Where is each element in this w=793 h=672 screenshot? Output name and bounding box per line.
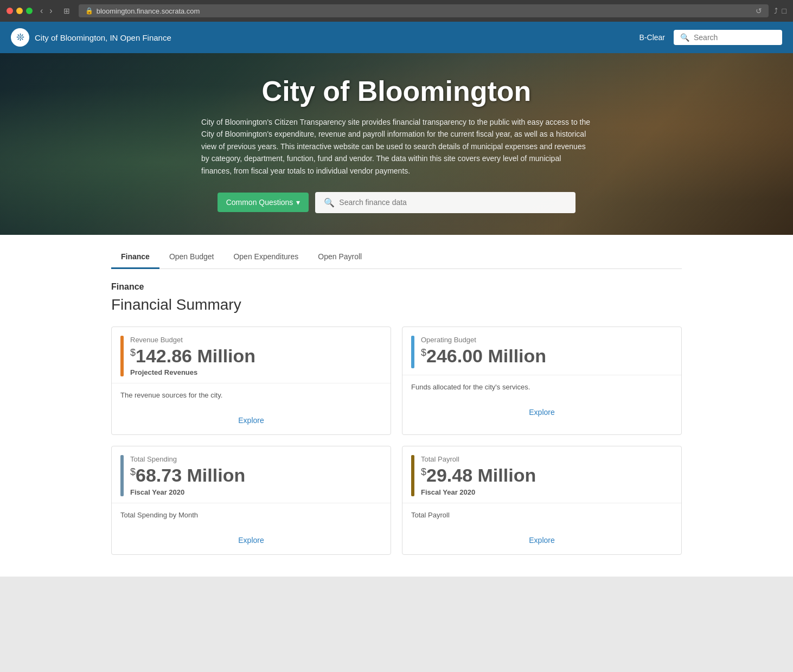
financial-cards-grid: Revenue Budget $142.86 Million Projected… <box>111 327 682 555</box>
hero-controls: Common Questions ▾ 🔍 <box>212 192 581 213</box>
minimize-dot[interactable] <box>16 8 23 14</box>
total-spending-label: Total Spending <box>130 455 382 463</box>
revenue-budget-card: Revenue Budget $142.86 Million Projected… <box>111 327 391 435</box>
total-payroll-description: Total Payroll <box>411 511 673 527</box>
total-spending-card: Total Spending $68.73 Million Fiscal Yea… <box>111 446 391 554</box>
total-payroll-header-content: Total Payroll $29.48 Million Fiscal Year… <box>421 455 673 496</box>
site-header: ❊ City of Bloomington, IN Open Finance B… <box>0 22 793 53</box>
maximize-dot[interactable] <box>26 8 33 14</box>
operating-budget-amount: $246.00 Million <box>421 346 673 366</box>
site-logo: ❊ City of Bloomington, IN Open Finance <box>11 28 171 47</box>
total-payroll-accent <box>411 455 414 496</box>
operating-budget-description: Funds allocated for the city's services. <box>411 383 673 399</box>
revenue-budget-accent <box>120 336 124 376</box>
financial-summary-title: Financial Summary <box>111 296 682 313</box>
revenue-budget-subtitle: Projected Revenues <box>130 368 382 376</box>
total-payroll-explore[interactable]: Explore <box>411 534 673 547</box>
hero-search-box[interactable]: 🔍 <box>315 192 575 213</box>
hero-description: City of Bloomington's Citizen Transparen… <box>201 116 592 177</box>
revenue-budget-amount: $142.86 Million <box>130 346 382 366</box>
operating-budget-header-content: Operating Budget $246.00 Million <box>421 336 673 366</box>
revenue-budget-body: The revenue sources for the city. Explor… <box>112 383 391 434</box>
total-spending-subtitle: Fiscal Year 2020 <box>130 488 382 496</box>
total-spending-accent <box>120 455 124 496</box>
operating-budget-body: Funds allocated for the city's services.… <box>402 375 681 426</box>
search-input[interactable] <box>694 33 776 42</box>
tab-finance[interactable]: Finance <box>111 246 159 269</box>
total-payroll-body: Total Payroll Explore <box>402 503 681 554</box>
finance-section-label: Finance <box>111 282 682 292</box>
total-payroll-amount: $29.48 Million <box>421 465 673 485</box>
bookmark-button[interactable]: ⤴ <box>774 7 778 15</box>
url-text: bloomington.finance.socrata.com <box>97 7 200 15</box>
logo-icon: ❊ <box>11 28 29 47</box>
total-payroll-card: Total Payroll $29.48 Million Fiscal Year… <box>402 446 682 554</box>
total-spending-header: Total Spending $68.73 Million Fiscal Yea… <box>112 446 391 502</box>
operating-budget-card: Operating Budget $246.00 Million Funds a… <box>402 327 682 435</box>
main-content: Finance Open Budget Open Expenditures Op… <box>98 235 695 577</box>
tab-open-payroll[interactable]: Open Payroll <box>308 246 372 269</box>
header-search-box[interactable]: 🔍 <box>674 30 782 45</box>
total-spending-body: Total Spending by Month Explore <box>112 503 391 554</box>
browser-action-buttons: ⤴ □ <box>774 7 786 15</box>
hero-section: City of Bloomington City of Bloomington'… <box>0 53 793 235</box>
b-clear-link[interactable]: B-Clear <box>639 33 665 42</box>
total-spending-explore[interactable]: Explore <box>120 534 382 547</box>
operating-budget-explore[interactable]: Explore <box>411 406 673 419</box>
lock-icon: 🔒 <box>85 7 93 15</box>
revenue-budget-label: Revenue Budget <box>130 336 382 344</box>
header-right: B-Clear 🔍 <box>639 30 782 45</box>
browser-window-controls <box>7 8 33 14</box>
revenue-budget-explore[interactable]: Explore <box>120 414 382 427</box>
common-questions-button[interactable]: Common Questions ▾ <box>218 193 309 212</box>
browser-nav: ‹ › <box>38 5 55 17</box>
tab-overview-button[interactable]: ⊞ <box>60 5 73 16</box>
total-payroll-label: Total Payroll <box>421 455 673 463</box>
browser-chrome: ‹ › ⊞ 🔒 bloomington.finance.socrata.com … <box>0 0 793 22</box>
search-icon: 🔍 <box>680 33 689 42</box>
tab-open-budget[interactable]: Open Budget <box>159 246 224 269</box>
logo-symbol: ❊ <box>16 31 24 43</box>
total-spending-amount: $68.73 Million <box>130 465 382 485</box>
total-payroll-header: Total Payroll $29.48 Million Fiscal Year… <box>402 446 681 502</box>
tab-open-expenditures[interactable]: Open Expenditures <box>223 246 308 269</box>
site-name: City of Bloomington, IN Open Finance <box>35 33 171 42</box>
search-icon: 🔍 <box>324 197 335 208</box>
revenue-budget-header: Revenue Budget $142.86 Million Projected… <box>112 327 391 383</box>
hero-title: City of Bloomington <box>262 75 532 107</box>
close-dot[interactable] <box>7 8 13 14</box>
revenue-budget-header-content: Revenue Budget $142.86 Million Projected… <box>130 336 382 376</box>
total-payroll-subtitle: Fiscal Year 2020 <box>421 488 673 496</box>
forward-button[interactable]: › <box>47 5 54 17</box>
common-questions-label: Common Questions <box>226 198 293 207</box>
url-bar[interactable]: 🔒 bloomington.finance.socrata.com ↺ <box>79 4 769 17</box>
operating-budget-label: Operating Budget <box>421 336 673 344</box>
operating-budget-accent <box>411 336 414 368</box>
share-button[interactable]: □ <box>782 7 786 15</box>
operating-budget-header: Operating Budget $246.00 Million <box>402 327 681 375</box>
content-wrapper: Finance Open Budget Open Expenditures Op… <box>0 235 793 577</box>
dropdown-arrow-icon: ▾ <box>296 198 300 207</box>
reload-icon[interactable]: ↺ <box>756 7 762 15</box>
revenue-budget-description: The revenue sources for the city. <box>120 391 382 407</box>
total-spending-description: Total Spending by Month <box>120 511 382 527</box>
finance-search-input[interactable] <box>339 198 567 207</box>
main-tabs: Finance Open Budget Open Expenditures Op… <box>111 235 682 269</box>
total-spending-header-content: Total Spending $68.73 Million Fiscal Yea… <box>130 455 382 496</box>
back-button[interactable]: ‹ <box>38 5 45 17</box>
